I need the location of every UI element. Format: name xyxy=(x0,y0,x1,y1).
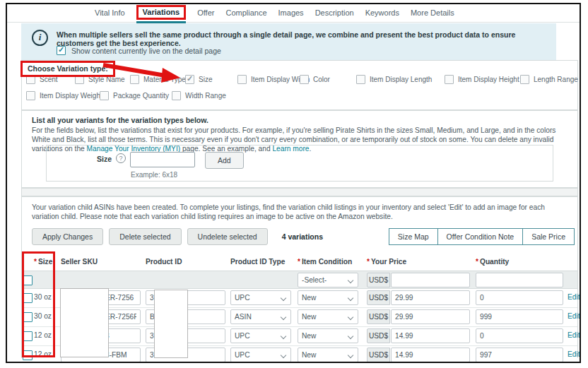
item-display-weight-checkbox[interactable] xyxy=(26,91,35,100)
item-display-length-checkbox[interactable] xyxy=(356,75,365,84)
variations-count: 4 variations xyxy=(282,232,323,241)
size-input[interactable] xyxy=(130,152,195,167)
edit-link[interactable]: Edit xyxy=(568,331,580,339)
currency-prefix: USD$ xyxy=(367,328,390,343)
tab-variations[interactable]: Variations xyxy=(136,5,187,20)
chevron-down-icon xyxy=(348,333,353,339)
row-checkbox[interactable] xyxy=(23,293,33,303)
sku-redaction-overlay xyxy=(60,288,109,357)
item-display-width-checkbox[interactable] xyxy=(237,75,247,84)
chevron-down-icon xyxy=(348,352,353,358)
edit-link[interactable]: Edit xyxy=(568,293,580,301)
size-checkbox[interactable] xyxy=(185,75,194,84)
tab-images[interactable]: Images xyxy=(278,8,304,17)
quantity-input[interactable] xyxy=(476,328,563,343)
condition-select[interactable]: New xyxy=(298,348,358,362)
new-row-condition-select[interactable]: -Select- xyxy=(298,273,358,287)
product-id-type-select[interactable]: UPC xyxy=(230,290,291,305)
apply-changes-button[interactable]: Apply Changes xyxy=(32,228,103,245)
color-checkbox[interactable] xyxy=(300,75,309,84)
multi-seller-info-banner: i When multiple sellers sell the same pr… xyxy=(21,23,556,60)
chevron-down-icon xyxy=(348,295,353,301)
undelete-selected-button[interactable]: Undelete selected xyxy=(187,228,268,245)
new-row-price-input[interactable] xyxy=(391,273,470,287)
list-variants-section: List all your variants for the variation… xyxy=(21,110,578,188)
tab-description[interactable]: Description xyxy=(315,8,354,17)
variation-option-width-range: Width Range xyxy=(172,91,226,100)
size-cell: 12 oz xyxy=(34,350,52,358)
currency-prefix: USD$ xyxy=(367,290,390,305)
currency-prefix: USD$ xyxy=(367,309,390,324)
package-quantity-checkbox[interactable] xyxy=(100,91,109,100)
tab-more-details[interactable]: More Details xyxy=(411,8,454,17)
tabstrip-divider xyxy=(7,22,581,23)
sale-price-button[interactable]: Sale Price xyxy=(522,228,575,245)
variation-option-item-display-length: Item Display Length xyxy=(356,75,432,84)
quantity-input[interactable] xyxy=(476,290,563,305)
show-live-content-label: Show content currently live on the detai… xyxy=(71,47,221,55)
condition-select[interactable]: New xyxy=(298,309,358,324)
edit-link[interactable]: Edit xyxy=(568,312,580,320)
size-cell: 12 oz xyxy=(34,331,52,339)
product-id-type-select[interactable]: UPC xyxy=(230,328,291,343)
table-header-row: *Size Seller SKU Product ID Product ID T… xyxy=(22,255,577,271)
size-cell: 30 oz xyxy=(34,312,52,320)
price-input[interactable] xyxy=(391,290,470,305)
variations-table-section: Your variation child ASINs have been cre… xyxy=(21,196,578,358)
size-field-label: Size xyxy=(47,155,112,163)
header-quantity: *Quantity xyxy=(476,258,509,266)
show-live-content-checkbox[interactable] xyxy=(57,46,66,55)
quantity-input[interactable] xyxy=(476,309,563,324)
chevron-down-icon xyxy=(281,314,286,320)
item-display-height-checkbox[interactable] xyxy=(445,75,454,84)
child-asins-note: Your variation child ASINs have been cre… xyxy=(32,203,570,221)
price-input[interactable] xyxy=(391,348,470,362)
chevron-down-icon xyxy=(348,278,353,283)
price-input[interactable] xyxy=(391,309,470,324)
section-separator xyxy=(21,188,578,196)
edit-link[interactable]: Edit xyxy=(568,350,580,358)
variation-option-item-display-weight: Item Display Weight xyxy=(26,91,102,100)
new-row-quantity-input[interactable] xyxy=(476,273,563,287)
variation-option-item-display-width: Item Display Width xyxy=(237,75,310,84)
product-id-type-select[interactable]: ASIN xyxy=(230,309,291,324)
variation-option-size: Size xyxy=(185,75,212,84)
new-row-currency-prefix: USD$ xyxy=(367,273,390,287)
delete-selected-button[interactable]: Delete selected xyxy=(109,228,181,245)
info-banner-message: When multiple sellers sell the same prod… xyxy=(57,30,551,47)
variation-option-length-range: Length Range xyxy=(520,75,578,84)
currency-prefix: USD$ xyxy=(367,348,390,362)
width-range-checkbox[interactable] xyxy=(172,91,181,100)
table-toolbar-right: Size Map Offer Condition Note Sale Price xyxy=(389,228,575,245)
tab-offer[interactable]: Offer xyxy=(197,8,214,17)
header-item-condition: *Item Condition xyxy=(298,258,352,266)
product-id-type-select[interactable]: UPC xyxy=(230,348,291,362)
size-example-hint: Example: 6x18 xyxy=(131,171,177,179)
tab-keywords[interactable]: Keywords xyxy=(365,8,399,17)
product-id-redaction-overlay xyxy=(154,290,188,358)
row-checkbox[interactable] xyxy=(23,350,33,360)
offer-condition-note-button[interactable]: Offer Condition Note xyxy=(437,228,524,245)
header-product-id: Product ID xyxy=(146,258,182,266)
variation-option-item-display-height: Item Display Height xyxy=(445,75,519,84)
table-toolbar-left: Apply Changes Delete selected Undelete s… xyxy=(32,228,323,245)
row-checkbox[interactable] xyxy=(23,331,33,341)
row-checkbox[interactable] xyxy=(23,312,33,322)
chevron-down-icon xyxy=(281,333,286,339)
add-size-button[interactable]: Add xyxy=(205,152,244,169)
price-input[interactable] xyxy=(391,328,470,343)
annotation-arrow xyxy=(100,61,185,85)
quantity-input[interactable] xyxy=(476,348,563,362)
tab-compliance[interactable]: Compliance xyxy=(225,8,266,17)
size-help-icon[interactable]: ? xyxy=(116,153,126,163)
chevron-down-icon xyxy=(281,295,286,301)
length-range-checkbox[interactable] xyxy=(520,75,529,84)
variation-option-color: Color xyxy=(300,75,330,84)
tab-vital-info[interactable]: Vital Info xyxy=(95,8,125,17)
row-select-all-checkbox[interactable] xyxy=(23,275,33,285)
condition-select[interactable]: New xyxy=(298,328,358,343)
condition-select[interactable]: New xyxy=(298,290,358,305)
size-map-button[interactable]: Size Map xyxy=(389,228,438,245)
header-size: *Size xyxy=(34,258,52,266)
info-icon: i xyxy=(32,30,48,46)
